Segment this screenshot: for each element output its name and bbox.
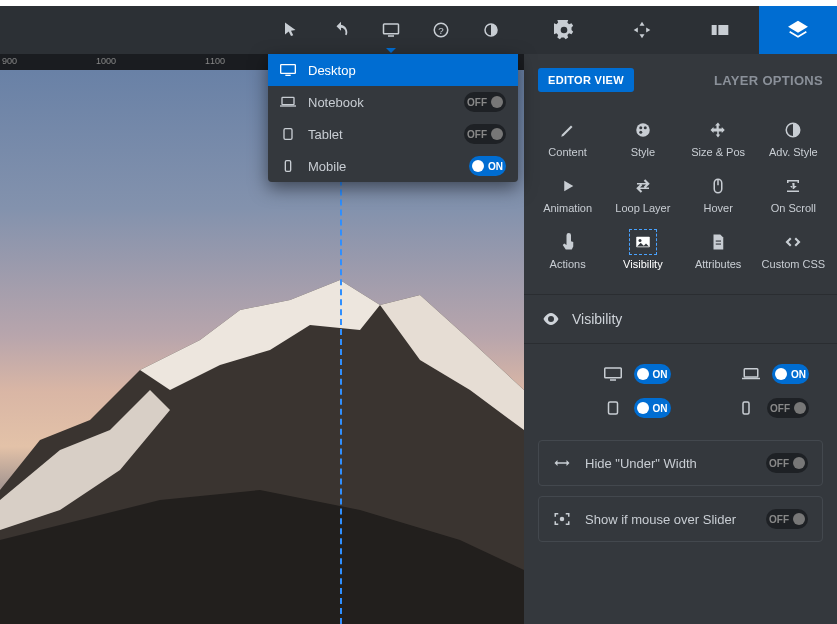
desktop-icon: [280, 63, 296, 77]
device-dropdown: Desktop Notebook OFF Tablet OFF Mobile O…: [268, 54, 518, 182]
undo-button[interactable]: [316, 6, 366, 54]
prop-adv-style[interactable]: Adv. Style: [756, 114, 831, 164]
prop-animation[interactable]: Animation: [530, 170, 605, 220]
vis-desktop: ON: [552, 364, 671, 384]
prop-custom-css[interactable]: Custom CSS: [756, 226, 831, 276]
device-label: Mobile: [308, 159, 457, 174]
svg-rect-24: [604, 368, 621, 378]
top-toolbar: ?: [0, 6, 837, 54]
desktop-icon: [604, 367, 622, 381]
section-header-visibility[interactable]: Visibility: [524, 295, 837, 344]
svg-rect-26: [744, 369, 758, 377]
prop-hover[interactable]: Hover: [681, 170, 756, 220]
svg-rect-6: [718, 25, 728, 35]
svg-rect-9: [282, 97, 294, 104]
device-option-notebook[interactable]: Notebook OFF: [268, 86, 518, 118]
sidebar-tabs: [525, 6, 837, 54]
code-icon: [784, 233, 802, 251]
vis-notebook: ON: [691, 364, 810, 384]
device-toggle[interactable]: OFF: [464, 92, 506, 112]
svg-point-30: [560, 517, 565, 522]
device-option-mobile[interactable]: Mobile ON: [268, 150, 518, 182]
mouse-icon: [709, 177, 727, 195]
prop-visibility[interactable]: Visibility: [605, 226, 680, 276]
prop-loop-layer[interactable]: Loop Layer: [605, 170, 680, 220]
device-option-desktop[interactable]: Desktop: [268, 54, 518, 86]
device-toggle[interactable]: OFF: [464, 124, 506, 144]
svg-rect-28: [608, 402, 617, 414]
device-label: Desktop: [308, 63, 506, 78]
eye-icon: [542, 312, 560, 326]
contrast-button[interactable]: [466, 6, 516, 54]
prop-attributes[interactable]: Attributes: [681, 226, 756, 276]
device-option-tablet[interactable]: Tablet OFF: [268, 118, 518, 150]
svg-rect-7: [281, 65, 296, 74]
prop-size-pos[interactable]: Size & Pos: [681, 114, 756, 164]
svg-point-14: [639, 126, 642, 129]
property-grid: Content Style Size & Pos Adv. Style Anim…: [524, 100, 837, 295]
device-label: Tablet: [308, 127, 452, 142]
prop-on-scroll[interactable]: On Scroll: [756, 170, 831, 220]
notebook-icon: [280, 95, 296, 109]
device-toggle[interactable]: ON: [469, 156, 506, 176]
row-label: Hide "Under" Width: [585, 456, 752, 471]
prop-actions[interactable]: Actions: [530, 226, 605, 276]
vis-toggle[interactable]: OFF: [767, 398, 809, 418]
tablet-icon: [280, 127, 296, 141]
svg-rect-23: [716, 244, 721, 245]
tab-navigation[interactable]: [603, 6, 681, 54]
notebook-icon: [742, 367, 760, 381]
svg-rect-10: [280, 105, 296, 106]
tab-settings[interactable]: [525, 6, 603, 54]
play-icon: [559, 177, 577, 195]
svg-rect-5: [712, 25, 717, 35]
ruler-tick: 900: [2, 56, 17, 66]
vis-tablet: ON: [552, 398, 671, 418]
tap-icon: [559, 233, 577, 251]
help-button[interactable]: ?: [416, 6, 466, 54]
svg-point-16: [639, 131, 642, 134]
tab-layers[interactable]: [759, 6, 837, 54]
vis-toggle[interactable]: ON: [634, 398, 671, 418]
svg-rect-8: [285, 75, 290, 76]
visibility-grid: ON ON ON OFF: [524, 344, 837, 440]
section-title: Visibility: [572, 311, 622, 327]
editor-view-badge[interactable]: EDITOR VIEW: [538, 68, 634, 92]
width-icon: [553, 455, 571, 471]
toolbar-tools: ?: [0, 6, 524, 54]
vis-mobile: OFF: [691, 398, 810, 418]
row-toggle[interactable]: OFF: [766, 453, 808, 473]
vis-toggle[interactable]: ON: [634, 364, 671, 384]
mobile-icon: [280, 159, 296, 173]
svg-rect-27: [742, 378, 760, 380]
device-preview-button[interactable]: [366, 6, 416, 54]
image-icon: [634, 233, 652, 251]
prop-style[interactable]: Style: [605, 114, 680, 164]
row-label: Show if mouse over Slider: [585, 512, 752, 527]
layer-options-panel: EDITOR VIEW LAYER OPTIONS Content Style …: [524, 54, 837, 624]
cursor-tool[interactable]: [266, 6, 316, 54]
svg-point-13: [636, 123, 650, 137]
loop-icon: [634, 177, 652, 195]
svg-rect-0: [384, 24, 399, 34]
tablet-icon: [604, 401, 622, 415]
ruler-tick: 1100: [205, 56, 225, 66]
svg-point-21: [638, 239, 641, 242]
svg-rect-11: [284, 129, 292, 140]
svg-rect-29: [743, 402, 749, 414]
svg-rect-12: [285, 161, 290, 172]
focus-icon: [553, 511, 571, 527]
pencil-icon: [559, 121, 577, 139]
layer-options-title[interactable]: LAYER OPTIONS: [714, 73, 823, 88]
prop-content[interactable]: Content: [530, 114, 605, 164]
download-icon: [784, 177, 802, 195]
row-show-mouse-over: Show if mouse over Slider OFF: [538, 496, 823, 542]
svg-rect-22: [716, 241, 721, 242]
svg-text:?: ?: [438, 25, 444, 36]
tab-slides[interactable]: [681, 6, 759, 54]
mobile-icon: [737, 401, 755, 415]
row-toggle[interactable]: OFF: [766, 509, 808, 529]
vis-toggle[interactable]: ON: [772, 364, 809, 384]
svg-rect-25: [610, 379, 616, 381]
device-label: Notebook: [308, 95, 452, 110]
